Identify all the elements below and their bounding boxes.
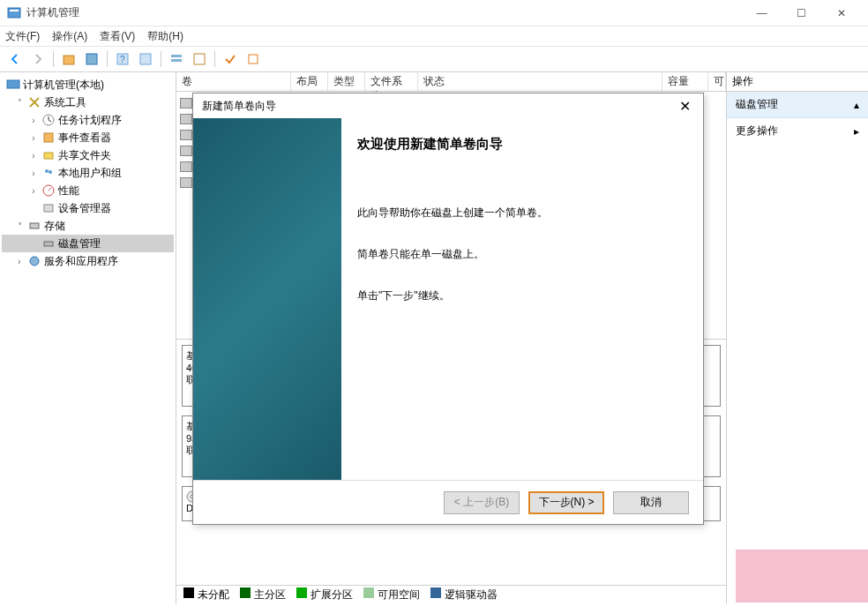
- wizard-content: 欢迎使用新建简单卷向导 此向导帮助你在磁盘上创建一个简单卷。 简单卷只能在单一磁…: [341, 118, 703, 480]
- expand-icon[interactable]: ›: [28, 151, 39, 161]
- perf-icon: [41, 183, 56, 198]
- legend-unalloc: 未分配: [198, 588, 229, 601]
- svg-rect-8: [171, 59, 182, 62]
- col-free[interactable]: 可: [708, 72, 726, 91]
- maximize-button[interactable]: ☐: [782, 0, 821, 26]
- legend: 未分配 主分区 扩展分区 可用空间 逻辑驱动器: [176, 585, 726, 604]
- tree-storage[interactable]: ˅ 存储: [2, 217, 174, 235]
- tree-localusers[interactable]: › 本地用户和组: [2, 164, 174, 182]
- col-type[interactable]: 类型: [328, 72, 365, 91]
- col-layout[interactable]: 布局: [291, 72, 328, 91]
- wizard-cancel-button[interactable]: 取消: [613, 491, 689, 514]
- svg-rect-3: [86, 54, 97, 64]
- volume-icon: [180, 130, 192, 140]
- window-titlebar: 计算机管理 — ☐ ✕: [0, 0, 868, 26]
- actions-header: 操作: [727, 72, 868, 92]
- wizard-text: 单击"下一步"继续。: [357, 288, 687, 303]
- svg-rect-10: [249, 55, 258, 64]
- menubar: 文件(F) 操作(A) 查看(V) 帮助(H): [0, 26, 868, 46]
- tree-systools[interactable]: ˅ 系统工具: [2, 94, 174, 111]
- expand-icon[interactable]: ›: [28, 116, 39, 125]
- actions-diskmgmt[interactable]: 磁盘管理 ▴: [727, 92, 868, 118]
- tree-diskmgmt[interactable]: 磁盘管理: [2, 235, 174, 252]
- col-capacity[interactable]: 容量: [662, 72, 708, 91]
- menu-action[interactable]: 操作(A): [52, 29, 87, 44]
- device-icon: [41, 201, 56, 215]
- wizard-title-text: 新建简单卷向导: [202, 99, 676, 114]
- tree-root[interactable]: 计算机管理(本地): [2, 76, 174, 94]
- tree-services[interactable]: › 服务和应用程序: [2, 252, 174, 270]
- users-icon: [41, 166, 56, 180]
- expand-icon[interactable]: ›: [28, 133, 39, 143]
- expand-icon[interactable]: ›: [28, 186, 39, 196]
- svg-rect-20: [44, 242, 53, 246]
- list-icon[interactable]: [167, 49, 186, 69]
- wizard-text: 简单卷只能在单一磁盘上。: [357, 247, 687, 262]
- wizard-next-button[interactable]: 下一步(N) >: [528, 491, 604, 514]
- menu-view[interactable]: 查看(V): [100, 29, 135, 44]
- wizard-text: 此向导帮助你在磁盘上创建一个简单卷。: [357, 206, 687, 221]
- minimize-button[interactable]: —: [742, 0, 782, 26]
- event-icon: [41, 131, 56, 145]
- legend-logical: 逻辑驱动器: [445, 588, 498, 601]
- expand-icon[interactable]: ›: [28, 168, 39, 178]
- collapse-icon[interactable]: ˅: [14, 98, 25, 108]
- svg-rect-7: [171, 55, 182, 57]
- expand-icon[interactable]: ›: [14, 257, 25, 266]
- storage-icon: [27, 219, 41, 233]
- svg-rect-11: [7, 80, 19, 88]
- wizard-sidebar-image: [193, 118, 341, 480]
- up-button[interactable]: [59, 49, 79, 69]
- tree-eventviewer[interactable]: › 事件查看器: [2, 129, 174, 146]
- svg-rect-13: [44, 133, 53, 142]
- tree-devicemanager[interactable]: 设备管理器: [2, 199, 174, 217]
- actions-panel: 操作 磁盘管理 ▴ 更多操作 ▸: [727, 72, 868, 604]
- forward-button[interactable]: [28, 49, 48, 69]
- volume-icon: [180, 146, 192, 156]
- back-button[interactable]: [5, 49, 25, 69]
- collapse-arrow-icon: ▴: [854, 99, 859, 111]
- svg-point-16: [49, 170, 52, 174]
- wizard-back-button: < 上一步(B): [444, 491, 520, 514]
- svg-rect-6: [140, 54, 151, 64]
- volume-grid-header: 卷 布局 类型 文件系统 状态 容量 可: [176, 72, 726, 92]
- detail-icon[interactable]: [190, 49, 209, 69]
- legend-extended: 扩展分区: [311, 588, 353, 601]
- menu-file[interactable]: 文件(F): [5, 29, 40, 44]
- clock-icon: [41, 113, 56, 127]
- window-title: 计算机管理: [26, 5, 742, 20]
- col-status[interactable]: 状态: [418, 72, 662, 91]
- col-filesystem[interactable]: 文件系统: [365, 72, 418, 91]
- properties-button[interactable]: [82, 49, 101, 69]
- submenu-arrow-icon: ▸: [854, 125, 859, 138]
- svg-rect-18: [44, 205, 53, 212]
- close-button[interactable]: ✕: [821, 0, 861, 26]
- toolbar: ?: [0, 46, 868, 72]
- tree-performance[interactable]: › 性能: [2, 182, 174, 199]
- wizard-heading: 欢迎使用新建简单卷向导: [357, 136, 687, 153]
- collapse-icon[interactable]: ˅: [14, 221, 25, 231]
- settings-icon[interactable]: [243, 49, 263, 69]
- svg-rect-9: [194, 54, 205, 64]
- svg-point-15: [45, 169, 49, 173]
- svg-rect-14: [44, 153, 53, 159]
- svg-point-21: [30, 257, 39, 266]
- help-icon[interactable]: ?: [113, 49, 132, 69]
- check-icon[interactable]: [221, 49, 240, 69]
- legend-free: 可用空间: [378, 588, 420, 601]
- tools-icon: [27, 95, 41, 109]
- tree-sharedfolders[interactable]: › 共享文件夹: [2, 146, 174, 164]
- volume-icon: [180, 98, 192, 108]
- volume-icon: [180, 177, 192, 188]
- actions-more[interactable]: 更多操作 ▸: [727, 118, 868, 144]
- wizard-button-bar: < 上一步(B) 下一步(N) > 取消: [193, 480, 703, 524]
- tree-scheduler[interactable]: › 任务计划程序: [2, 111, 174, 129]
- svg-text:?: ?: [120, 55, 125, 64]
- app-icon: [7, 6, 21, 20]
- refresh-icon[interactable]: [136, 49, 155, 69]
- col-volume[interactable]: 卷: [176, 72, 291, 91]
- wizard-titlebar: 新建简单卷向导 ✕: [193, 94, 703, 118]
- nav-tree: 计算机管理(本地) ˅ 系统工具 › 任务计划程序 › 事件查看器 › 共享文件…: [0, 72, 176, 604]
- wizard-close-button[interactable]: ✕: [676, 98, 694, 115]
- menu-help[interactable]: 帮助(H): [147, 29, 183, 44]
